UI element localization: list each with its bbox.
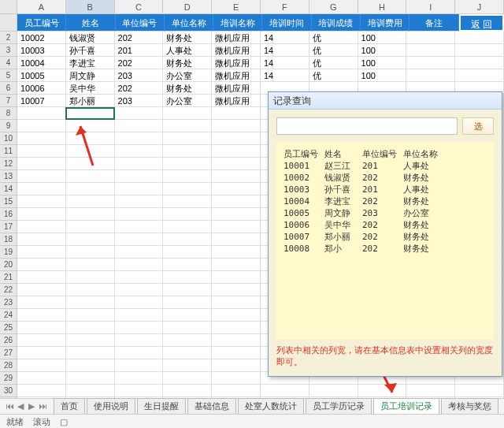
cell[interactable]: 100	[358, 44, 407, 57]
row-num[interactable]: 6	[0, 82, 17, 95]
sheet-tab[interactable]: 员工学历记录	[306, 398, 372, 415]
cell[interactable]	[212, 385, 261, 397]
cell[interactable]: 钱淑贤	[66, 32, 115, 44]
row-num[interactable]: 26	[0, 334, 17, 347]
cell[interactable]	[212, 170, 261, 183]
cell[interactable]: 201	[115, 44, 164, 57]
cell[interactable]	[163, 246, 212, 259]
cell[interactable]	[17, 195, 66, 208]
row-num[interactable]: 16	[0, 208, 17, 221]
cell[interactable]	[17, 183, 66, 195]
dialog-result-list[interactable]: 员工编号 姓名 单位编号 单位名称 10001赵三江201人事处10002钱淑贤…	[276, 143, 494, 340]
cell[interactable]: 财务处	[163, 57, 212, 69]
cell[interactable]	[163, 359, 212, 372]
cell[interactable]: 孙千喜	[66, 44, 115, 57]
cell[interactable]	[163, 309, 212, 322]
cell[interactable]	[66, 385, 115, 397]
cell[interactable]	[163, 208, 212, 221]
cell[interactable]	[163, 259, 212, 271]
cell[interactable]	[212, 334, 261, 347]
cell[interactable]	[163, 120, 212, 132]
cell[interactable]: 优	[309, 44, 358, 57]
dialog-list-row[interactable]: 10004李进宝202财务处	[284, 195, 487, 207]
cell[interactable]	[115, 259, 164, 271]
cell[interactable]	[115, 195, 164, 208]
cell[interactable]	[212, 183, 261, 195]
cell[interactable]	[17, 170, 66, 183]
cell[interactable]	[17, 132, 66, 145]
cell[interactable]: 14	[261, 57, 309, 69]
row-num[interactable]: 30	[0, 385, 17, 397]
cell[interactable]	[163, 385, 212, 397]
cell[interactable]: 李进宝	[66, 57, 115, 69]
col-head-e[interactable]: E	[212, 0, 261, 13]
cell[interactable]	[115, 372, 164, 385]
dialog-list-row[interactable]: 10003孙千喜201人事处	[284, 184, 487, 195]
cell[interactable]	[212, 158, 261, 170]
cell[interactable]: 微机应用	[212, 57, 261, 69]
cell[interactable]	[66, 145, 115, 158]
cell[interactable]	[66, 221, 115, 233]
sheet-tab[interactable]: 考核与奖惩	[441, 398, 498, 415]
cell[interactable]	[66, 296, 115, 309]
row-num[interactable]: 10	[0, 132, 17, 145]
tab-next-icon[interactable]: ▶	[27, 401, 36, 411]
cell[interactable]	[66, 170, 115, 183]
cell[interactable]: 优	[309, 57, 358, 69]
cell[interactable]	[115, 158, 164, 170]
dialog-select-button[interactable]: 选	[462, 117, 494, 135]
cell[interactable]	[66, 347, 115, 359]
row-num[interactable]: 15	[0, 195, 17, 208]
cell[interactable]	[17, 120, 66, 132]
row-num[interactable]: 29	[0, 372, 17, 385]
cell[interactable]: 吴中华	[66, 82, 115, 95]
row-num[interactable]: 2	[0, 32, 17, 44]
cell[interactable]: 优	[309, 69, 358, 82]
cell[interactable]	[17, 208, 66, 221]
cell[interactable]	[163, 233, 212, 246]
col-head-b[interactable]: B	[66, 0, 115, 13]
cell[interactable]	[17, 334, 66, 347]
select-all-corner[interactable]	[0, 0, 17, 13]
cell[interactable]	[163, 132, 212, 145]
tab-last-icon[interactable]: ⏭	[38, 401, 47, 411]
cell[interactable]: 人事处	[163, 44, 212, 57]
cell[interactable]	[115, 233, 164, 246]
cell[interactable]	[17, 296, 66, 309]
cell[interactable]	[66, 246, 115, 259]
cell[interactable]: 100	[358, 57, 407, 69]
cell[interactable]: 微机应用	[212, 95, 261, 107]
row-num[interactable]: 18	[0, 233, 17, 246]
row-num[interactable]: 25	[0, 322, 17, 334]
cell[interactable]	[115, 271, 164, 284]
cell[interactable]	[309, 385, 358, 397]
sheet-tab[interactable]: 生日提醒	[137, 398, 186, 415]
cell[interactable]	[66, 183, 115, 195]
cell[interactable]: 郑小丽	[66, 95, 115, 107]
cell[interactable]	[17, 322, 66, 334]
cell[interactable]	[212, 132, 261, 145]
col-head-g[interactable]: G	[309, 0, 358, 13]
cell[interactable]: 微机应用	[212, 44, 261, 57]
dialog-search-input[interactable]	[276, 117, 458, 135]
col-head-f[interactable]: F	[261, 0, 309, 13]
cell[interactable]	[163, 107, 212, 120]
cell[interactable]	[115, 183, 164, 195]
tab-first-icon[interactable]: ⏮	[5, 401, 14, 411]
row-num[interactable]: 24	[0, 309, 17, 322]
row-num[interactable]: 20	[0, 259, 17, 271]
cell[interactable]	[115, 208, 164, 221]
cell[interactable]: 周文静	[66, 69, 115, 82]
cell[interactable]: 10002	[17, 32, 66, 44]
col-head-h[interactable]: H	[358, 0, 407, 13]
cell[interactable]	[17, 233, 66, 246]
sheet-tab[interactable]: 处室人数统计	[238, 398, 304, 415]
table-row[interactable]: 510005周文静203办公室微机应用14优100	[0, 69, 504, 82]
cell[interactable]	[455, 57, 504, 69]
cell[interactable]	[212, 208, 261, 221]
cell[interactable]	[66, 284, 115, 296]
row-num[interactable]: 14	[0, 183, 17, 195]
cell[interactable]	[163, 195, 212, 208]
cell[interactable]	[115, 145, 164, 158]
cell[interactable]	[212, 221, 261, 233]
